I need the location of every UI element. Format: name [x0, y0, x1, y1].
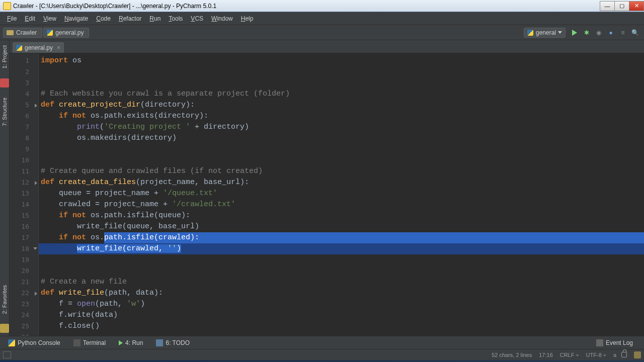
- status-selection: 52 chars, 2 lines: [492, 352, 532, 358]
- terminal-icon: [73, 339, 80, 346]
- tab-label: 4: Run: [125, 339, 143, 346]
- run-button[interactable]: [570, 28, 580, 38]
- menu-navigate[interactable]: Navigate: [60, 13, 92, 24]
- menu-tools[interactable]: Tools: [165, 13, 187, 24]
- python-icon: [8, 339, 15, 346]
- code-content[interactable]: import os # Each website you crawl is a …: [39, 53, 644, 336]
- tab-label: general.py: [25, 44, 53, 51]
- maximize-button[interactable]: ▢: [614, 1, 629, 11]
- status-insert-mode[interactable]: a: [613, 352, 616, 358]
- menu-file[interactable]: File: [3, 13, 21, 24]
- menu-help[interactable]: Help: [237, 13, 258, 24]
- menu-window[interactable]: Window: [207, 13, 237, 24]
- code-editor[interactable]: 1234567891011121314151617181920212223242…: [10, 53, 644, 336]
- status-bar: 52 chars, 2 lines 17:16 CRLF ÷ UTF-8 ÷ a: [0, 349, 644, 360]
- menu-view[interactable]: View: [39, 13, 60, 24]
- menu-edit[interactable]: Edit: [21, 13, 39, 24]
- project-tool-tab[interactable]: 1: Project: [1, 42, 9, 71]
- left-toolwindow-bar: 1: Project 7: Structure 2: Favorites: [0, 40, 10, 336]
- run-tab[interactable]: 4: Run: [114, 338, 148, 347]
- python-file-icon: [47, 30, 53, 36]
- breadcrumb-label: general.py: [55, 29, 84, 36]
- todo-tab[interactable]: 6: TODO: [151, 338, 195, 347]
- favorites-icon: [0, 324, 9, 333]
- folder-icon: [7, 30, 14, 35]
- menu-bar: File Edit View Navigate Code Refactor Ru…: [0, 12, 644, 25]
- python-console-tab[interactable]: Python Console: [3, 338, 65, 347]
- video-border-artifact: [0, 360, 644, 362]
- hector-icon[interactable]: [634, 351, 641, 358]
- favorites-tool-tab[interactable]: 2: Favorites: [1, 282, 9, 317]
- toolwindows-toggle[interactable]: [3, 351, 11, 358]
- editor-area: general.py × 123456789101112131415161718…: [10, 40, 644, 336]
- terminal-tab[interactable]: Terminal: [68, 338, 111, 347]
- structure-tool-tab[interactable]: 7: Structure: [1, 95, 9, 129]
- search-everywhere-button[interactable]: 🔍: [630, 28, 640, 38]
- main-area: 1: Project 7: Structure 2: Favorites gen…: [0, 40, 644, 336]
- status-line-separator[interactable]: CRLF ÷: [560, 352, 579, 358]
- close-tab-icon[interactable]: ×: [57, 44, 60, 51]
- coverage-button[interactable]: ◉: [594, 28, 604, 38]
- window-title: Crawler - [C:\Users\Bucky\Desktop\Crawle…: [13, 3, 600, 10]
- menu-code[interactable]: Code: [92, 13, 115, 24]
- play-icon: [119, 340, 123, 345]
- debug-button[interactable]: ✱: [582, 28, 592, 38]
- tab-label: 6: TODO: [166, 339, 190, 346]
- close-button[interactable]: ✕: [629, 1, 644, 11]
- tab-label: Event Log: [606, 339, 633, 346]
- line-number-gutter: 1234567891011121314151617181920212223242…: [10, 53, 39, 336]
- breadcrumb-project[interactable]: Crawler: [3, 28, 42, 38]
- run-config-label: general: [536, 29, 556, 36]
- chevron-down-icon: [558, 31, 562, 34]
- bottom-toolwindow-bar: Python Console Terminal 4: Run 6: TODO E…: [0, 336, 644, 349]
- menu-vcs[interactable]: VCS: [187, 13, 207, 24]
- play-icon: [572, 30, 577, 36]
- settings-button[interactable]: ≡: [618, 28, 628, 38]
- menu-refactor[interactable]: Refactor: [115, 13, 145, 24]
- navigation-bar: Crawler general.py general ✱ ◉ ● ≡ 🔍: [0, 25, 644, 40]
- update-button[interactable]: ●: [606, 28, 616, 38]
- python-file-icon: [16, 45, 22, 51]
- tab-label: Python Console: [18, 339, 60, 346]
- run-config-selector[interactable]: general: [524, 28, 566, 38]
- python-icon: [527, 30, 533, 36]
- status-caret-position[interactable]: 17:16: [539, 352, 553, 358]
- event-log-icon: [596, 339, 603, 346]
- app-icon: [3, 2, 11, 10]
- minimize-button[interactable]: —: [600, 1, 615, 11]
- toolwindow-icon[interactable]: [0, 78, 9, 87]
- editor-tab-general[interactable]: general.py ×: [13, 42, 64, 53]
- editor-tabs: general.py ×: [10, 40, 644, 53]
- menu-run[interactable]: Run: [145, 13, 165, 24]
- breadcrumb-file[interactable]: general.py: [43, 28, 89, 38]
- readonly-lock-icon[interactable]: [621, 352, 627, 357]
- breadcrumb-label: Crawler: [16, 29, 37, 36]
- todo-icon: [156, 339, 163, 346]
- status-encoding[interactable]: UTF-8 ÷: [586, 352, 606, 358]
- tab-label: Terminal: [83, 339, 106, 346]
- window-titlebar: Crawler - [C:\Users\Bucky\Desktop\Crawle…: [0, 0, 644, 12]
- event-log-tab[interactable]: Event Log: [591, 338, 638, 347]
